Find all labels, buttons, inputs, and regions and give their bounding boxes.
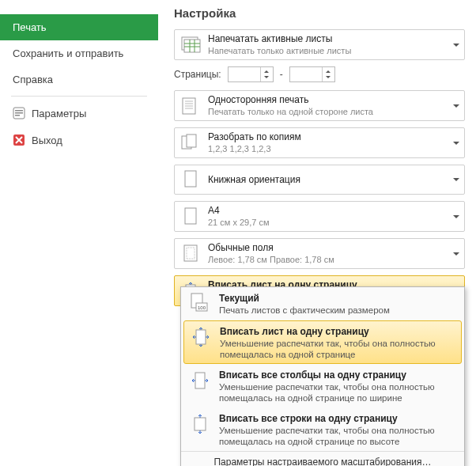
options-icon: [13, 107, 25, 119]
svg-rect-27: [195, 373, 205, 388]
chevron-down-icon: [453, 103, 459, 109]
paper-icon: [179, 206, 202, 228]
svg-rect-26: [196, 330, 206, 344]
scaling-option-fit-sheet[interactable]: Вписать лист на одну страницу Уменьшение…: [183, 320, 462, 364]
scaling-option-fit-rows[interactable]: Вписать все строки на одну страницу Умен…: [181, 407, 464, 451]
fit-columns-icon: [187, 368, 213, 393]
setting-title: A4: [208, 205, 448, 217]
setting-sides[interactable]: Односторонняя печать Печатать только на …: [174, 90, 465, 121]
pages-row: Страницы: -: [174, 66, 465, 82]
option-sub: Уменьшение распечатки так, чтобы она пол…: [219, 381, 458, 403]
option-sub: Печать листов с фактическим размером: [219, 305, 458, 316]
setting-margins[interactable]: Обычные поля Левое: 1,78 см Правое: 1,78…: [174, 238, 465, 269]
pages-to-input[interactable]: [289, 66, 335, 82]
setting-print-area[interactable]: Напечатать активные листы Напечатать тол…: [174, 29, 465, 60]
chevron-down-icon: [453, 214, 459, 220]
chevron-down-icon: [453, 176, 459, 183]
setting-title: Обычные поля: [208, 242, 448, 254]
sidebar-item-help[interactable]: Справка: [0, 66, 158, 93]
spin-down-icon[interactable]: [261, 74, 273, 81]
margins-icon: [179, 243, 202, 265]
setting-title: Напечатать активные листы: [208, 33, 448, 45]
svg-rect-18: [185, 171, 196, 187]
scaling-option-fit-columns[interactable]: Вписать все столбцы на одну страницу Уме…: [181, 364, 464, 407]
setting-title: Односторонняя печать: [208, 94, 448, 106]
pages-to-field[interactable]: [290, 67, 322, 81]
scaling-custom-options[interactable]: Параметры настраиваемого масштабирования…: [181, 451, 464, 466]
fit-rows-icon: [187, 411, 213, 437]
setting-paper-size[interactable]: A4 21 см x 29,7 см: [174, 201, 465, 232]
settings-heading: Настройка: [174, 0, 465, 29]
option-title: Вписать все строки на одну страницу: [219, 413, 458, 425]
setting-sub: Левое: 1,78 см Правое: 1,78 см: [208, 254, 448, 265]
svg-rect-28: [195, 418, 206, 430]
pages-from-input[interactable]: [228, 66, 274, 82]
chevron-down-icon: [453, 42, 459, 48]
setting-sub: Печатать только на одной стороне листа: [208, 106, 448, 117]
svg-rect-1: [15, 110, 23, 112]
option-title: Текущий: [219, 293, 458, 305]
setting-title: Разобрать по копиям: [208, 131, 448, 143]
option-title: Вписать лист на одну страницу: [220, 326, 457, 338]
svg-rect-6: [184, 40, 200, 52]
sidebar-item-print[interactable]: Печать: [0, 14, 158, 40]
sidebar-label: Выход: [32, 134, 62, 146]
sidebar-item-save-send[interactable]: Сохранить и отправить: [0, 40, 158, 66]
setting-orientation[interactable]: Книжная ориентация: [174, 165, 465, 195]
setting-sub: Напечатать только активные листы: [208, 45, 448, 56]
setting-title: Книжная ориентация: [208, 174, 448, 186]
chevron-down-icon: [453, 140, 459, 146]
footer-label: Параметры настраиваемого масштабирования…: [213, 457, 431, 466]
spin-up-icon[interactable]: [323, 67, 334, 74]
spin-down-icon[interactable]: [323, 74, 334, 81]
portrait-icon: [179, 169, 202, 191]
sidebar-label: Печать: [13, 21, 47, 33]
fit-page-icon: [188, 324, 213, 350]
chevron-down-icon: [453, 251, 459, 257]
scaling-dropdown: 100 Текущий Печать листов с фактическим …: [180, 286, 465, 466]
backstage-sidebar: Печать Сохранить и отправить Справка Пар…: [0, 0, 158, 466]
exit-icon: [13, 134, 25, 146]
svg-rect-19: [185, 208, 196, 224]
option-sub: Уменьшение распечатки так, чтобы она пол…: [219, 425, 458, 447]
sidebar-item-exit[interactable]: Выход: [0, 127, 158, 153]
svg-rect-17: [187, 134, 196, 147]
svg-rect-3: [15, 115, 20, 116]
oneside-icon: [179, 95, 202, 117]
scaling-option-current[interactable]: 100 Текущий Печать листов с фактическим …: [181, 287, 464, 320]
setting-sub: 1,2,3 1,2,3 1,2,3: [208, 143, 448, 154]
sidebar-label: Справка: [13, 74, 53, 85]
svg-text:100: 100: [198, 305, 206, 310]
pages-sep: -: [280, 69, 283, 80]
setting-collate[interactable]: Разобрать по копиям 1,2,3 1,2,3 1,2,3: [174, 127, 465, 158]
no-scale-icon: 100: [187, 291, 213, 316]
sheets-icon: [179, 34, 202, 56]
sidebar-item-options[interactable]: Параметры: [0, 100, 158, 127]
svg-rect-2: [15, 112, 23, 114]
spin-up-icon[interactable]: [261, 67, 273, 74]
pages-label: Страницы:: [174, 69, 221, 80]
collate-icon: [179, 132, 202, 154]
option-title: Вписать все столбцы на одну страницу: [219, 369, 458, 381]
sidebar-label: Параметры: [32, 108, 86, 119]
sidebar-label: Сохранить и отправить: [13, 47, 123, 59]
setting-sub: 21 см x 29,7 см: [208, 217, 448, 228]
option-sub: Уменьшение распечатки так, чтобы она пол…: [220, 338, 457, 360]
pages-from-field[interactable]: [229, 67, 260, 81]
sidebar-divider: [11, 96, 147, 97]
